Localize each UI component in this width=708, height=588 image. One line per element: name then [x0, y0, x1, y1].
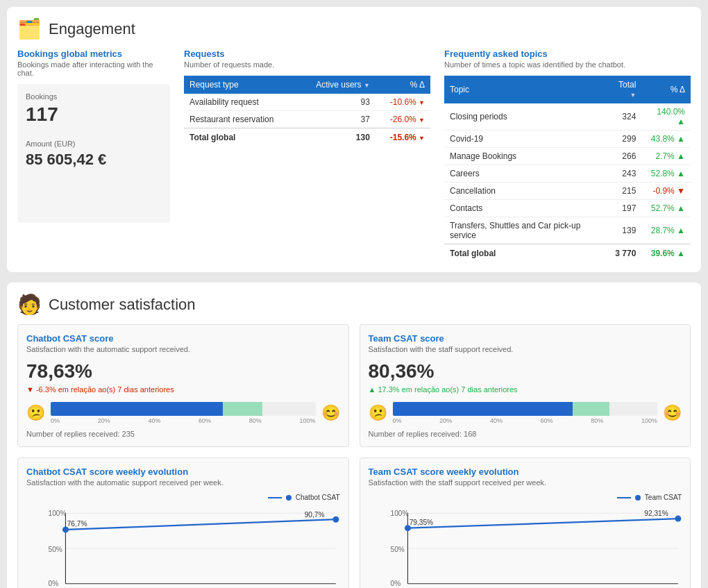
bookings-global-title: Bookings global metrics	[17, 49, 170, 59]
topic-name: Cancellation	[444, 183, 605, 200]
team-bar-wrapper: 0% 20% 40% 60% 80% 100%	[393, 402, 658, 424]
chart-line	[65, 519, 335, 530]
chatbot-weekly-desc: Satisfaction with the automatic support …	[26, 478, 340, 487]
chatbot-csat-score: 78,63%	[26, 360, 340, 383]
engagement-section: 🗂️ Engagement Bookings global metrics Bo…	[7, 7, 701, 272]
team-bar-container	[393, 402, 658, 416]
y-label-100: 100%	[390, 510, 408, 517]
table-row: Contacts 197 52.7% ▲	[444, 200, 691, 217]
team-weekly-chart: 100% 50% 0% 79,35% 92,31%	[369, 507, 682, 588]
request-users: 37	[298, 111, 376, 128]
engagement-title: Engagement	[49, 20, 135, 38]
topic-name: Contacts	[444, 200, 605, 217]
chatbot-delta-value: -6.3% em relação ao(s) 7 dias anteriores	[36, 385, 174, 394]
chart-dot-end	[675, 516, 681, 522]
chart-line	[407, 519, 677, 528]
team-replies: Number of replies received: 168	[369, 430, 682, 438]
happy-emoji: 😊	[663, 404, 682, 422]
chatbot-chart-svg: 100% 50% 0% 76,7%	[26, 507, 340, 588]
team-csat-box: Team CSAT score Satisfaction with the st…	[360, 324, 691, 447]
amount-value: 85 605,42 €	[26, 151, 162, 169]
engagement-icon: 🗂️	[17, 17, 42, 40]
team-csat-desc: Satisfaction with the staff support rece…	[369, 345, 682, 353]
topics-total-delta: 39.6% ▲	[641, 244, 691, 262]
sort-icon	[630, 90, 636, 99]
topic-delta: 140.0% ▲	[641, 103, 691, 131]
end-value-label: 90,7%	[305, 511, 325, 519]
legend-line-icon	[617, 497, 631, 498]
topics-table: Topic Total % Δ Closing periods 324 140.…	[444, 76, 691, 262]
chatbot-bar-blue	[51, 402, 223, 416]
team-csat-score: 80,36%	[369, 360, 682, 383]
request-delta: -26.0%	[376, 111, 430, 128]
team-bar-row: 😕 0% 20% 40% 60% 80% 100% 😊	[369, 402, 682, 424]
requests-total-delta: -15.6%	[376, 128, 430, 146]
team-legend-label: Team CSAT	[645, 494, 682, 501]
topics-panel: Frequently asked topics Number of times …	[444, 49, 691, 262]
chatbot-csat-delta: ▼ -6.3% em relação ao(s) 7 dias anterior…	[26, 385, 340, 394]
team-replies-value: 168	[464, 430, 476, 438]
csat-scores-grid: Chatbot CSAT score Satisfaction with the…	[17, 324, 691, 447]
chatbot-bar-container	[51, 402, 316, 416]
topic-delta: 52.8% ▲	[641, 165, 691, 183]
topic-delta: 52.7% ▲	[641, 200, 691, 217]
legend-dot-icon	[286, 495, 292, 501]
bookings-global-desc: Bookings made after interacting with the…	[17, 60, 170, 77]
delta-icon	[419, 97, 425, 107]
chatbot-replies-label: Number of replies received:	[26, 430, 120, 438]
topic-total: 215	[605, 183, 642, 200]
request-type: Restaurant reservation	[184, 111, 298, 128]
customer-satisfaction-section: 🧑 Customer satisfaction Chatbot CSAT sco…	[7, 283, 701, 588]
team-bar-blue	[393, 402, 573, 416]
team-delta-arrow: ▲	[369, 385, 378, 394]
table-row: Transfers, Shuttles and Car pick-up serv…	[444, 217, 691, 244]
table-row: Restaurant reservation 37 -26.0%	[184, 111, 430, 128]
start-value-label: 79,35%	[409, 519, 432, 526]
request-users: 93	[298, 94, 376, 111]
topic-total: 266	[605, 148, 642, 165]
request-delta: -10.6%	[376, 94, 430, 111]
sort-icon	[364, 80, 370, 90]
table-row: Manage Bookings 266 2.7% ▲	[444, 148, 691, 165]
bookings-value: 117	[26, 103, 162, 126]
start-value-label: 76,7%	[67, 520, 87, 528]
table-row: Availability request 93 -10.6%	[184, 94, 430, 111]
team-chart-svg: 100% 50% 0% 79,35% 92,31%	[369, 507, 682, 588]
chatbot-replies-value: 235	[122, 430, 135, 438]
chatbot-bar-row: 😕 0% 20% 40% 60% 80% 100% 😊	[26, 402, 340, 424]
chart-dot-end	[332, 516, 339, 523]
engagement-header: 🗂️ Engagement	[17, 17, 691, 40]
team-weekly-legend: Team CSAT	[369, 494, 682, 501]
chatbot-csat-box: Chatbot CSAT score Satisfaction with the…	[17, 324, 349, 447]
delta-icon	[419, 115, 425, 124]
amount-label: Amount (EUR)	[26, 140, 162, 148]
chatbot-weekly-legend: Chatbot CSAT	[26, 494, 340, 501]
team-delta-value: 17.3% em relação ao(s) 7 dias anteriores	[378, 385, 517, 394]
requests-col-users[interactable]: Active users	[298, 76, 376, 94]
topics-total-label: Total global	[444, 244, 605, 262]
team-bar-scale: 0% 20% 40% 60% 80% 100%	[393, 417, 658, 424]
topic-name: Covid-19	[444, 131, 605, 148]
topics-total-row: Total global 3 770 39.6% ▲	[444, 244, 691, 262]
sad-emoji: 😕	[26, 404, 45, 422]
topic-delta: 43.8% ▲	[641, 131, 691, 148]
requests-col-delta: % Δ	[376, 76, 430, 94]
topics-desc: Number of times a topic was identified b…	[444, 60, 691, 69]
y-label-50: 50%	[49, 546, 62, 553]
table-row: Covid-19 299 43.8% ▲	[444, 131, 691, 148]
topic-total: 299	[605, 131, 642, 148]
topic-delta: -0.9% ▼	[641, 183, 691, 200]
y-label-100: 100%	[49, 510, 67, 517]
team-csat-delta: ▲ 17.3% em relação ao(s) 7 dias anterior…	[369, 385, 682, 394]
team-csat-title: Team CSAT score	[369, 333, 682, 344]
topics-title: Frequently asked topics	[444, 49, 691, 59]
end-value-label: 92,31%	[644, 510, 668, 517]
weekly-charts-grid: Chatbot CSAT score weekly evolution Sati…	[17, 457, 691, 588]
request-type: Availability request	[184, 94, 298, 111]
y-label-0: 0%	[49, 580, 59, 587]
topic-total: 243	[605, 165, 642, 183]
chatbot-weekly-title: Chatbot CSAT score weekly evolution	[26, 467, 340, 477]
topics-col-total[interactable]: Total	[605, 76, 642, 103]
team-weekly-title: Team CSAT score weekly evolution	[369, 467, 682, 477]
chatbot-csat-desc: Satisfaction with the automatic support …	[26, 345, 340, 353]
